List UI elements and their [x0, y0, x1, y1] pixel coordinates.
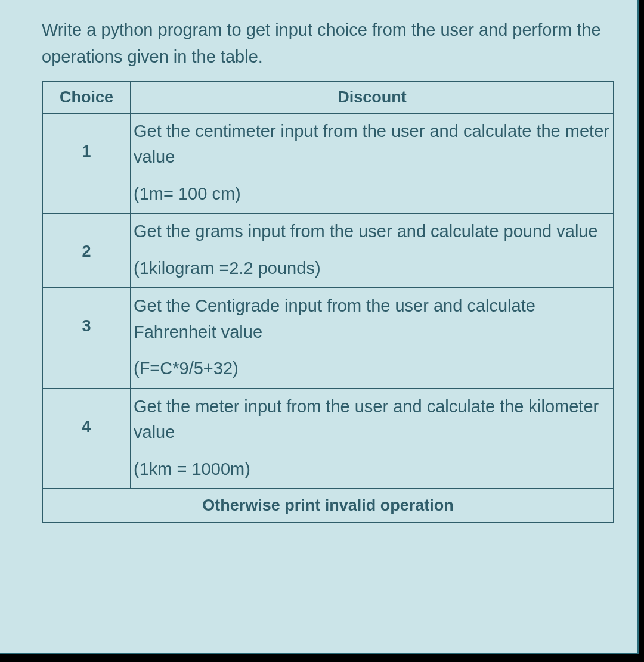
otherwise-text: Otherwise print invalid operation	[42, 489, 614, 523]
table-row: 4 Get the meter input from the user and …	[42, 389, 614, 489]
description-text: Get the Centigrade input from the user a…	[131, 288, 613, 346]
choice-description-cell: Get the grams input from the user and ca…	[131, 213, 614, 288]
description-text: Get the grams input from the user and ca…	[131, 214, 613, 246]
formula-text: (F=C*9/5+32)	[131, 346, 613, 388]
formula-text: (1m= 100 cm)	[131, 172, 613, 213]
choice-number: 1	[42, 113, 131, 214]
header-discount: Discount	[131, 82, 614, 113]
operations-table: Choice Discount 1 Get the centimeter inp…	[42, 81, 614, 524]
choice-number: 2	[42, 213, 131, 288]
table-row: 1 Get the centimeter input from the user…	[42, 113, 614, 214]
problem-statement: Write a python program to get input choi…	[42, 17, 614, 70]
choice-description-cell: Get the centimeter input from the user a…	[131, 113, 614, 214]
document-page: Write a python program to get input choi…	[0, 0, 639, 654]
choice-number: 3	[42, 288, 131, 389]
table-row: 2 Get the grams input from the user and …	[42, 213, 614, 288]
table-header-row: Choice Discount	[42, 82, 614, 113]
formula-text: (1kilogram =2.2 pounds)	[131, 246, 613, 288]
formula-text: (1km = 1000m)	[131, 447, 613, 489]
description-text: Get the centimeter input from the user a…	[131, 114, 613, 172]
table-footer-row: Otherwise print invalid operation	[42, 489, 614, 523]
table-row: 3 Get the Centigrade input from the user…	[42, 288, 614, 389]
header-choice: Choice	[42, 82, 131, 113]
choice-number: 4	[42, 389, 131, 489]
choice-description-cell: Get the meter input from the user and ca…	[131, 389, 614, 489]
description-text: Get the meter input from the user and ca…	[131, 389, 613, 447]
choice-description-cell: Get the Centigrade input from the user a…	[131, 288, 614, 389]
